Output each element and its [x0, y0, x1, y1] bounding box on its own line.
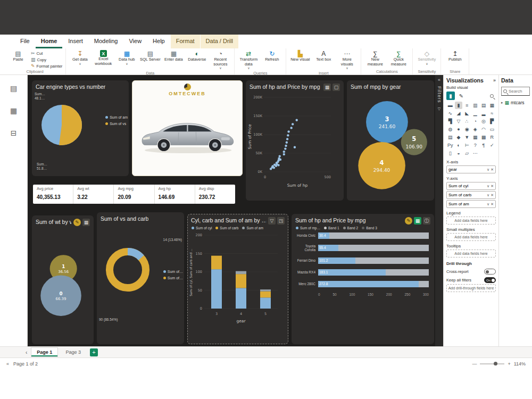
bar-row[interactable]: Merc 280C272.8 [295, 281, 429, 287]
legend-item[interactable]: Sum of mp… [296, 226, 320, 230]
drill-through-placeholder[interactable]: Add drill-through fields here [446, 284, 496, 292]
collapse-visualizations-icon[interactable]: » [493, 78, 496, 83]
menu-tab-modeling[interactable]: Modeling [89, 35, 123, 48]
menu-tab-insert[interactable]: Insert [63, 35, 88, 48]
filters-pane-collapsed[interactable]: « Filters ▽ [435, 75, 443, 346]
field-chip-sum-of-carb[interactable]: Sum of carb∨✕ [446, 191, 496, 199]
format-visual-tab[interactable]: ✎ [457, 92, 466, 100]
menu-tab-format[interactable]: Format [171, 35, 200, 48]
q-and-a-visual-icon[interactable]: ? [471, 142, 479, 149]
stacked-bar-visual-icon[interactable]: ▬ [446, 102, 454, 109]
funnel-visual-icon[interactable]: ▽ [455, 118, 463, 125]
remove-field-icon[interactable]: ✕ [491, 168, 494, 172]
table-visual-icon[interactable]: ▦ [471, 134, 479, 141]
dataverse-button[interactable]: ◐Dataverse [186, 50, 207, 62]
legend-item[interactable]: Sum of… [163, 270, 183, 273]
azure-map-visual-icon[interactable]: ◈ [471, 126, 479, 133]
remove-field-icon[interactable]: ✕ [491, 193, 494, 197]
line-and-stacked-column-visual-icon[interactable]: ▁ [471, 110, 479, 117]
100-stacked-bar-visual-icon[interactable]: ▤ [480, 102, 488, 109]
report-view-icon[interactable]: ▤ [7, 81, 21, 95]
format-painter-button[interactable]: ✎Format painter [31, 63, 62, 69]
sensitivity-button[interactable]: ◇Sensitivity∨ [416, 50, 437, 66]
filled-map-visual-icon[interactable]: ● [455, 126, 463, 133]
card-visual-icon[interactable]: ▭ [488, 126, 496, 133]
menu-tab-view[interactable]: View [123, 35, 147, 48]
legend-item[interactable]: Band 3 [362, 226, 377, 230]
r-script-visual-icon[interactable]: R [488, 134, 496, 141]
field-drop-placeholder[interactable]: Add data fields here [446, 233, 496, 241]
new-visual-button[interactable]: ▙New visual [289, 50, 311, 62]
filter-icon[interactable]: ▽ [268, 217, 276, 225]
legend-item[interactable]: Band 2 [343, 226, 359, 230]
expand-chevron-icon[interactable]: ▸ [501, 101, 503, 105]
stacked-area-visual-icon[interactable]: ◣ [463, 110, 471, 117]
pencil-icon[interactable]: ✎ [73, 219, 81, 226]
waterfall-visual-icon[interactable]: ▜ [446, 118, 454, 125]
page-tab-page-1[interactable]: Page 1 [31, 347, 58, 357]
slicer-visual-icon[interactable]: ▼ [463, 134, 471, 141]
ribbon-chart-visual-icon[interactable]: ≈ [488, 110, 496, 117]
legend-item[interactable]: Sum of vs [105, 122, 128, 126]
chevron-down-icon[interactable]: ∨ [487, 193, 489, 197]
bar-row[interactable]: Ferrari Dino101.2 [295, 257, 429, 264]
new-measure-button[interactable]: ∑New measure [364, 50, 386, 66]
chevron-down-icon[interactable]: ∨ [487, 184, 489, 188]
python-visual-icon[interactable]: Py [446, 142, 454, 149]
model-view-icon[interactable]: ⊟ [7, 126, 21, 140]
cut-button[interactable]: ✂Cut [31, 51, 62, 56]
zoom-out-button[interactable]: — [472, 361, 477, 367]
get-data-button[interactable]: ↧Get data∨ [69, 50, 90, 66]
paste-button[interactable]: ▤Paste [7, 50, 29, 62]
remove-field-icon[interactable]: ✕ [491, 184, 494, 188]
legend-item[interactable]: Sum of carb [215, 226, 238, 230]
recent-sources-button[interactable]: ◔Recent sources∨ [210, 50, 231, 70]
excel-workbook-button[interactable]: XExcel workbook [93, 50, 114, 66]
clustered-bar-visual-icon[interactable]: ≡ [463, 102, 471, 109]
card-icon[interactable]: ▢ [332, 84, 340, 91]
multi-row-card-visual-icon[interactable]: ▤ [446, 134, 454, 141]
field-chip-sum-of-am[interactable]: Sum of am∨✕ [446, 200, 496, 208]
remove-field-icon[interactable]: ✕ [491, 202, 494, 206]
field-drop-placeholder[interactable]: Add data fields here [446, 250, 496, 257]
text-box-button[interactable]: AText box [313, 50, 334, 62]
info-icon[interactable]: ⓘ [423, 217, 430, 225]
analyze-icon[interactable]: ▦ [414, 217, 421, 225]
gauge-visual-icon[interactable]: ◠ [480, 126, 488, 133]
pencil-icon[interactable]: ✎ [405, 217, 412, 225]
bar-row[interactable]: Honda Civic30.4 [295, 232, 429, 239]
visual-donut-vs-carb[interactable]: Sum of vs and carb 14 (13.46%)90 (86.54%… [97, 212, 184, 344]
line-visual-icon[interactable]: ∿ [446, 110, 454, 117]
add-page-button[interactable]: + [90, 348, 98, 356]
stacked-column-visual-icon[interactable]: ▮ [455, 102, 463, 109]
bar-row[interactable]: Mazda RX4183.1 [295, 269, 429, 276]
arcgis-map-visual-icon[interactable]: ◒ [455, 149, 463, 157]
area-visual-icon[interactable]: ◢ [455, 110, 463, 117]
key-influencers-visual-icon[interactable]: ◐ [455, 142, 463, 149]
zoom-slider[interactable] [480, 363, 504, 364]
transform-data-button[interactable]: ⇄Transform data∨ [238, 50, 259, 70]
donut-visual-icon[interactable]: ◎ [480, 118, 488, 125]
zoom-slider-knob[interactable] [494, 362, 497, 365]
menu-tab-file[interactable]: File [15, 35, 35, 48]
report-canvas[interactable]: Car engine types vs number Sum…48.1…Sum…… [28, 75, 435, 346]
clustered-column-visual-icon[interactable]: ▥ [471, 102, 479, 109]
data-field-mtcars[interactable]: ▸▦mtcars [501, 100, 530, 105]
enter-data-button[interactable]: ▦Enter data [163, 50, 184, 62]
data-view-icon[interactable]: ▦ [7, 104, 21, 118]
copy-button[interactable]: ▥Copy [31, 57, 62, 62]
paginated-report-visual-icon[interactable]: ▯ [446, 149, 454, 157]
table-icon[interactable]: ▦ [82, 219, 90, 226]
chevron-down-icon[interactable]: ∨ [487, 168, 489, 172]
menu-tab-data-drill[interactable]: Data / Drill [201, 35, 238, 48]
sql-server-button[interactable]: ▤SQL Server [139, 50, 161, 62]
search-input[interactable] [509, 89, 528, 94]
build-visual-tab[interactable]: ▮ [446, 92, 455, 100]
legend-item[interactable]: Sum of am [242, 226, 263, 230]
more-options-visual-icon[interactable]: ⋯ [471, 149, 479, 157]
100-stacked-column-visual-icon[interactable]: ▦ [488, 102, 496, 109]
publish-button[interactable]: ↥Publish [444, 50, 466, 62]
power-apps-visual-icon[interactable]: ▱ [463, 149, 471, 157]
focus-icon[interactable]: ◳ [277, 217, 285, 225]
table-icon[interactable]: ▦ [323, 84, 331, 91]
